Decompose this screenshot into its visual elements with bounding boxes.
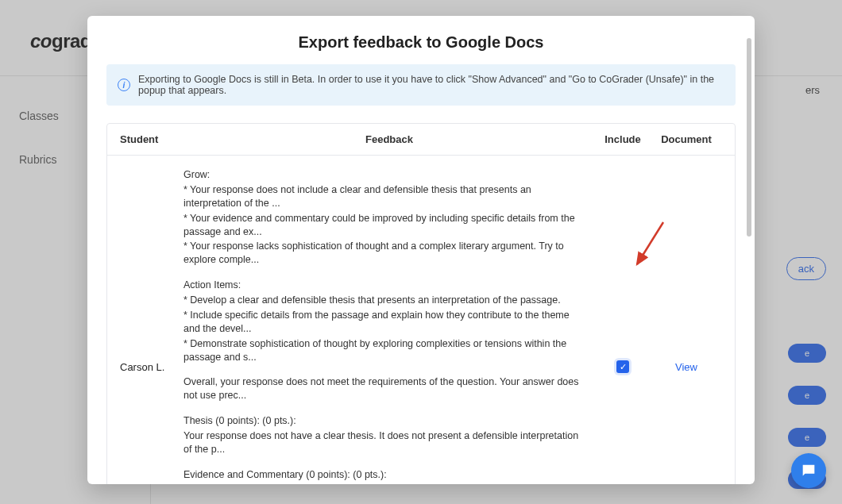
chat-icon [800,462,817,479]
table-row: Carson L. Grow: * Your response does not… [107,156,735,484]
modal-scrollbar[interactable] [747,38,751,237]
include-cell: ✓ [595,360,651,373]
info-banner-text: Exporting to Google Docs is still in Bet… [138,74,724,96]
info-icon: i [118,79,130,91]
col-header-document: Document [651,133,722,145]
include-checkbox[interactable]: ✓ [616,360,629,373]
col-header-include: Include [595,133,651,145]
feedback-table: Student Feedback Include Document Carson… [106,123,736,484]
document-cell: View [651,361,722,373]
table-header-row: Student Feedback Include Document [107,124,735,156]
chat-launcher[interactable] [791,453,826,488]
export-modal: Export feedback to Google Docs i Exporti… [87,16,755,484]
col-header-student: Student [120,133,183,145]
modal-title: Export feedback to Google Docs [87,16,755,64]
feedback-text: Grow: * Your response does not include a… [183,168,595,484]
student-name: Carson L. [120,361,183,373]
modal-content: i Exporting to Google Docs is still in B… [87,64,755,484]
view-link[interactable]: View [675,361,697,373]
info-banner: i Exporting to Google Docs is still in B… [106,64,736,106]
col-header-feedback: Feedback [183,133,595,145]
